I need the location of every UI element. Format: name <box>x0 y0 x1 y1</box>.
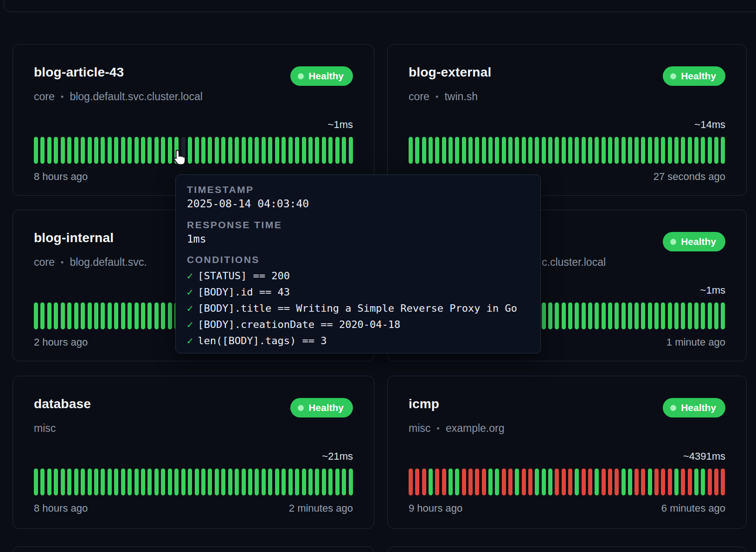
uptime-bar[interactable] <box>495 137 499 164</box>
uptime-bar[interactable] <box>701 302 705 329</box>
uptime-bar[interactable] <box>508 469 513 495</box>
uptime-bar[interactable] <box>548 302 552 329</box>
uptime-bar[interactable] <box>47 302 51 329</box>
uptime-bar[interactable] <box>268 469 272 495</box>
uptime-bar[interactable] <box>442 137 446 164</box>
uptime-bar[interactable] <box>714 302 718 329</box>
uptime-bar[interactable] <box>641 469 645 495</box>
uptime-bar[interactable] <box>168 469 172 495</box>
uptime-bar[interactable] <box>515 137 519 164</box>
uptime-bar[interactable] <box>295 137 299 164</box>
uptime-bar[interactable] <box>128 137 132 164</box>
uptime-bar[interactable] <box>128 469 132 495</box>
uptime-bar[interactable] <box>648 137 652 164</box>
uptime-bars[interactable] <box>34 137 353 164</box>
uptime-bar[interactable] <box>61 137 65 164</box>
uptime-bar[interactable] <box>228 469 232 495</box>
uptime-bar[interactable] <box>721 302 725 329</box>
uptime-bar[interactable] <box>661 469 665 495</box>
uptime-bar[interactable] <box>721 469 725 495</box>
uptime-bars[interactable] <box>409 469 725 495</box>
uptime-bar[interactable] <box>595 302 599 329</box>
uptime-bar[interactable] <box>409 469 413 495</box>
uptime-bar[interactable] <box>595 469 599 495</box>
uptime-bar[interactable] <box>47 137 51 164</box>
uptime-bar[interactable] <box>595 137 599 164</box>
uptime-bar[interactable] <box>81 137 85 164</box>
uptime-bar[interactable] <box>462 137 466 164</box>
uptime-bar[interactable] <box>475 137 479 164</box>
uptime-bar[interactable] <box>141 469 145 495</box>
uptime-bar[interactable] <box>555 302 559 329</box>
uptime-bar[interactable] <box>628 469 632 495</box>
uptime-bar[interactable] <box>522 137 526 164</box>
uptime-bar[interactable] <box>582 469 586 495</box>
uptime-bar[interactable] <box>335 137 340 164</box>
uptime-bar[interactable] <box>201 137 205 164</box>
uptime-bar[interactable] <box>621 469 626 495</box>
uptime-bar[interactable] <box>40 469 45 495</box>
uptime-bar[interactable] <box>608 302 612 329</box>
uptime-bar[interactable] <box>688 137 692 164</box>
uptime-bar[interactable] <box>694 137 698 164</box>
uptime-bar[interactable] <box>495 469 499 495</box>
uptime-bar[interactable] <box>74 302 78 329</box>
uptime-bar[interactable] <box>282 137 286 164</box>
uptime-bar[interactable] <box>654 137 659 164</box>
uptime-bar[interactable] <box>528 137 532 164</box>
uptime-bar[interactable] <box>288 137 293 164</box>
uptime-bar[interactable] <box>135 469 139 495</box>
uptime-bar[interactable] <box>522 469 526 495</box>
uptime-bar[interactable] <box>435 469 439 495</box>
uptime-bar[interactable] <box>681 469 685 495</box>
uptime-bar[interactable] <box>708 469 712 495</box>
uptime-bar[interactable] <box>94 302 98 329</box>
uptime-bar[interactable] <box>422 137 426 164</box>
uptime-bar[interactable] <box>221 137 225 164</box>
uptime-bar[interactable] <box>455 137 459 164</box>
uptime-bar[interactable] <box>674 469 679 495</box>
uptime-bar[interactable] <box>94 469 98 495</box>
uptime-bar[interactable] <box>228 137 232 164</box>
uptime-bar[interactable] <box>215 137 219 164</box>
uptime-bar[interactable] <box>602 469 606 495</box>
uptime-bar[interactable] <box>154 302 159 329</box>
uptime-bar[interactable] <box>502 137 506 164</box>
uptime-bar[interactable] <box>135 137 139 164</box>
uptime-bar[interactable] <box>242 137 246 164</box>
uptime-bar[interactable] <box>621 137 626 164</box>
uptime-bar[interactable] <box>475 469 479 495</box>
uptime-bar[interactable] <box>555 137 559 164</box>
uptime-bar[interactable] <box>248 137 252 164</box>
uptime-bar[interactable] <box>61 302 65 329</box>
uptime-bar[interactable] <box>568 137 572 164</box>
uptime-bar[interactable] <box>568 469 572 495</box>
uptime-bar[interactable] <box>195 137 199 164</box>
uptime-bar[interactable] <box>548 137 552 164</box>
uptime-bar[interactable] <box>108 137 112 164</box>
uptime-bar[interactable] <box>308 137 313 164</box>
uptime-bar[interactable] <box>488 469 493 495</box>
uptime-bar[interactable] <box>535 469 539 495</box>
uptime-bar[interactable] <box>235 137 239 164</box>
uptime-bar[interactable] <box>435 137 439 164</box>
uptime-bar[interactable] <box>415 469 419 495</box>
uptime-bar[interactable] <box>221 469 225 495</box>
uptime-bar[interactable] <box>701 137 705 164</box>
uptime-bar[interactable] <box>275 469 279 495</box>
uptime-bar[interactable] <box>615 469 619 495</box>
uptime-bar[interactable] <box>147 302 152 329</box>
uptime-bar[interactable] <box>468 137 473 164</box>
uptime-bar[interactable] <box>542 302 546 329</box>
uptime-bar[interactable] <box>429 469 433 495</box>
uptime-bar[interactable] <box>448 137 453 164</box>
uptime-bar[interactable] <box>708 302 712 329</box>
endpoint-card[interactable]: blog-article-43 Healthy core • blog.defa… <box>13 44 374 196</box>
uptime-bar[interactable] <box>88 302 92 329</box>
uptime-bar[interactable] <box>674 302 679 329</box>
uptime-bar[interactable] <box>542 137 546 164</box>
uptime-bar[interactable] <box>602 302 606 329</box>
uptime-bar[interactable] <box>714 137 718 164</box>
uptime-bar[interactable] <box>634 469 639 495</box>
uptime-bar[interactable] <box>528 469 532 495</box>
